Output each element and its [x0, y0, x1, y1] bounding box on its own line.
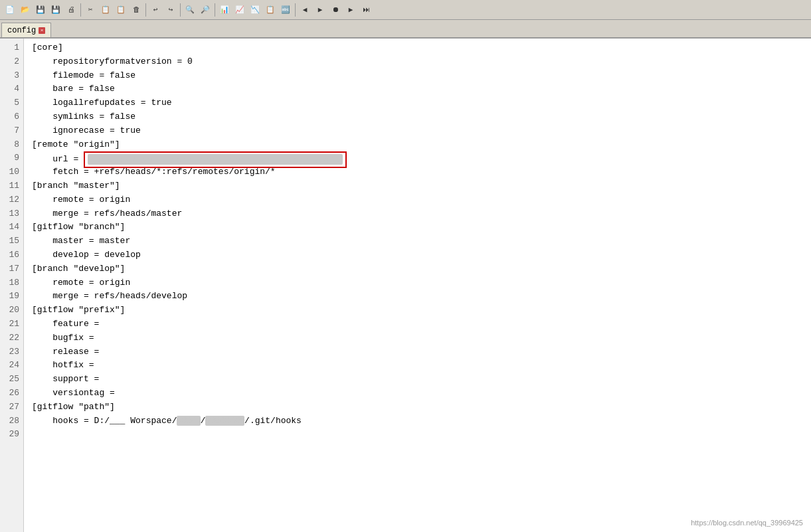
code-content[interactable]: [core] repositoryformatversion = 0 filem…: [24, 39, 811, 532]
redacted-url: https://xxxxxxxxxxxxxxxxxxxxxxxxxxxxxxx.…: [88, 154, 343, 165]
line-number: 29: [4, 428, 19, 442]
line-number: 22: [4, 331, 19, 345]
line-number: 12: [4, 193, 19, 207]
code-line: remote = origin: [32, 193, 811, 207]
toolbar-save[interactable]: 💾: [33, 3, 48, 17]
line-number: 17: [4, 262, 19, 276]
toolbar-macro3[interactable]: 📉: [248, 3, 262, 17]
line-number: 11: [4, 179, 19, 193]
toolbar-replace[interactable]: 🔎: [198, 3, 213, 17]
code-line: hotfix =: [32, 359, 811, 373]
code-line: support =: [32, 373, 811, 387]
toolbar-redo[interactable]: ↪: [163, 3, 178, 17]
line-number: 23: [4, 345, 19, 359]
code-line: hooks = D:/___ Worspace/XXXX/XXXXXXX/.gi…: [32, 414, 811, 428]
code-editor: 1234567891011121314151617181920212223242…: [0, 39, 811, 532]
code-line: [branch "develop"]: [32, 262, 811, 276]
code-line: master = master: [32, 234, 811, 248]
code-line: feature =: [32, 317, 811, 331]
toolbar-run1[interactable]: ◀: [298, 3, 312, 17]
line-number: 25: [4, 373, 19, 387]
line-number: 27: [4, 400, 19, 414]
code-line: [gitflow "branch"]: [32, 221, 811, 234]
line-number: 20: [4, 304, 19, 317]
line-number: 14: [4, 221, 19, 234]
code-line: repositoryformatversion = 0: [32, 55, 811, 69]
line-number: 26: [4, 387, 19, 400]
toolbar-new[interactable]: 📄: [3, 3, 17, 17]
line-number: 7: [4, 124, 19, 138]
code-line: symlinks = false: [32, 110, 811, 124]
line-number: 18: [4, 276, 19, 290]
code-line: bare = false: [32, 82, 811, 96]
line-number: 2: [4, 55, 19, 69]
code-line: [gitflow "prefix"]: [32, 304, 811, 317]
toolbar-skip[interactable]: ⏭: [359, 3, 373, 17]
code-line: logallrefupdates = true: [32, 96, 811, 110]
toolbar-sep-2: [145, 3, 146, 17]
code-line: [remote "origin"]: [32, 138, 811, 152]
toolbar-sep-4: [215, 3, 215, 17]
line-number: 5: [4, 96, 19, 110]
line-number: 3: [4, 69, 19, 83]
toolbar-macro4[interactable]: 📋: [263, 3, 278, 17]
toolbar-paste[interactable]: 📋: [114, 3, 128, 17]
tab-bar: config ×: [0, 20, 811, 39]
redacted-path-2: XXXXXXX: [205, 416, 244, 426]
code-line: ignorecase = true: [32, 124, 811, 138]
toolbar-sep-5: [295, 3, 296, 17]
code-line: [gitflow "path"]: [32, 400, 811, 414]
toolbar-copy[interactable]: 📋: [98, 3, 113, 17]
code-line: url = https://xxxxxxxxxxxxxxxxxxxxxxxxxx…: [32, 151, 811, 165]
toolbar-macro1[interactable]: 📊: [217, 3, 232, 17]
code-line: bugfix =: [32, 331, 811, 345]
code-line: release =: [32, 345, 811, 359]
toolbar: 📄 📂 💾 💾 🖨 ✂ 📋 📋 🗑 ↩ ↪ 🔍 🔎 📊 📈 📉 📋 🔤 ◀ ▶ …: [0, 0, 811, 20]
code-line: merge = refs/heads/develop: [32, 290, 811, 304]
line-number: 10: [4, 165, 19, 179]
code-line: develop = develop: [32, 248, 811, 262]
line-numbers: 1234567891011121314151617181920212223242…: [0, 39, 24, 532]
redacted-path-1: XXXX: [177, 416, 200, 426]
line-number: 1: [4, 41, 19, 55]
toolbar-save-all[interactable]: 💾: [48, 3, 63, 17]
line-number: 4: [4, 82, 19, 96]
toolbar-sep-3: [180, 3, 181, 17]
toolbar-play[interactable]: ▶: [343, 3, 358, 17]
tab-close-button[interactable]: ×: [39, 27, 45, 34]
line-number: 13: [4, 207, 19, 221]
code-line: filemode = false: [32, 69, 811, 83]
code-line: [core]: [32, 41, 811, 55]
line-number: 21: [4, 317, 19, 331]
toolbar-cut[interactable]: ✂: [83, 3, 98, 17]
code-line: [32, 428, 811, 442]
toolbar-delete[interactable]: 🗑: [129, 3, 143, 17]
toolbar-macro5[interactable]: 🔤: [278, 3, 293, 17]
line-number: 16: [4, 248, 19, 262]
line-number: 15: [4, 234, 19, 248]
code-line: [branch "master"]: [32, 179, 811, 193]
line-number: 28: [4, 414, 19, 428]
watermark: https://blog.csdn.net/qq_39969425: [691, 519, 803, 527]
toolbar-sep-1: [80, 3, 81, 17]
code-line: versiontag =: [32, 387, 811, 400]
line-number: 6: [4, 110, 19, 124]
toolbar-print[interactable]: 🖨: [64, 3, 78, 17]
line-number: 8: [4, 138, 19, 152]
toolbar-open[interactable]: 📂: [18, 3, 33, 17]
url-highlight-box: https://xxxxxxxxxxxxxxxxxxxxxxxxxxxxxxx.…: [84, 151, 347, 168]
line-number: 9: [4, 151, 19, 165]
toolbar-run2[interactable]: ▶: [313, 3, 327, 17]
toolbar-macro2[interactable]: 📈: [232, 3, 247, 17]
code-line: merge = refs/heads/master: [32, 207, 811, 221]
toolbar-undo[interactable]: ↩: [148, 3, 163, 17]
line-number: 19: [4, 290, 19, 304]
toolbar-record[interactable]: ⏺: [328, 3, 343, 17]
tab-label: config: [7, 26, 36, 35]
code-line: remote = origin: [32, 276, 811, 290]
line-number: 24: [4, 359, 19, 373]
tab-config[interactable]: config ×: [1, 23, 51, 37]
toolbar-find[interactable]: 🔍: [183, 3, 197, 17]
